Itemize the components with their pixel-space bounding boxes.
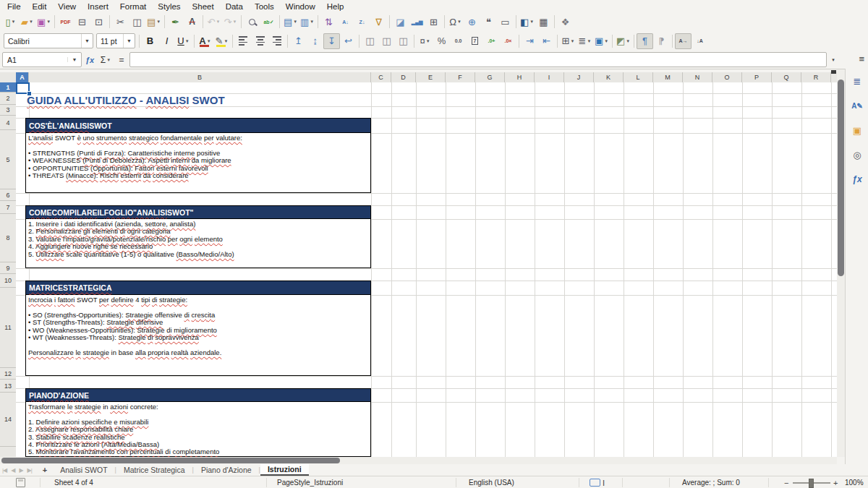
zoom-out-button[interactable]: − [784,476,788,488]
column-header-Q[interactable]: Q [772,72,801,82]
row-header-4[interactable]: 4 [0,116,16,130]
navigator-icon[interactable]: ◎ [846,142,868,167]
spreadsheet-canvas[interactable]: GUIDA ALL'UTILIZZO - ANALISI SWOTCOS'È L… [16,82,837,457]
bold-icon[interactable]: B [142,33,158,49]
column-header-P[interactable]: P [742,72,772,82]
copy-icon[interactable]: ◫ [129,14,145,30]
column-icon[interactable]: ▥▼ [299,14,315,30]
section-content-3[interactable]: Incrocia i fattori SWOT per definire 4 t… [25,295,371,376]
center-vertically-icon[interactable]: ↨ [307,33,323,49]
menu-format[interactable]: Format [114,0,152,12]
clone-formatting-icon[interactable]: ✒ [167,14,184,30]
scrollbar-split-handle[interactable] [831,70,836,74]
column-header-S[interactable]: S [831,72,837,82]
menu-help[interactable]: Help [321,0,350,12]
chevron-down-icon[interactable]: ▼ [81,34,93,48]
column-header-L[interactable]: L [624,72,653,82]
align-center-icon[interactable] [252,33,268,49]
menu-edit[interactable]: Edit [27,0,53,12]
page-style-label[interactable]: PageStyle_Istruzioni [277,476,343,488]
functions-icon[interactable]: ƒx [846,167,868,192]
row-icon[interactable]: ▤▼ [282,14,299,30]
zoom-level-label[interactable]: 100% [845,476,864,488]
insert-chart-icon[interactable]: ▂▄▆ [409,14,425,30]
sort-descending-icon[interactable]: Z↓ [354,14,370,30]
special-character-icon[interactable]: Ω▼ [447,14,464,30]
underline-icon[interactable]: U▼ [175,33,192,49]
select-all-corner[interactable] [0,72,17,83]
section-header-4[interactable]: PIANO D'AZIONE [25,388,371,402]
sum-icon[interactable]: Σ▼ [98,53,114,67]
wrap-text-icon[interactable]: ↩ [340,33,357,49]
find-replace-icon[interactable] [244,14,260,30]
sort-ascending-icon[interactable]: A↓ [337,14,354,30]
save-icon[interactable]: ▣▼ [35,14,52,30]
menu-styles[interactable]: Styles [152,0,186,12]
average-sum-label[interactable]: Average: ; Sum: 0 [682,476,740,488]
align-bottom-icon[interactable]: ↧ [323,33,340,49]
row-header-11[interactable]: 11 [0,288,16,368]
delete-decimal-icon[interactable]: .0× [500,33,516,49]
right-to-left-icon[interactable]: ⁋ [653,33,670,49]
row-header-5[interactable]: 5 [0,130,16,189]
sort-icon[interactable]: ⇅ [320,14,337,30]
paste-icon[interactable]: ▤▼ [145,14,162,30]
column-header-N[interactable]: N [683,72,712,82]
column-header-F[interactable]: F [446,72,475,82]
chevron-down-icon[interactable]: ▼ [123,34,135,48]
column-header-K[interactable]: K [594,72,624,82]
column-header-O[interactable]: O [712,72,742,82]
selection-mode-icon[interactable]: I [590,476,605,488]
open-folder-icon[interactable]: ▰▼ [19,14,35,30]
section-header-1[interactable]: COS'È L'ANALISI SWOT [25,118,371,133]
autofilter-icon[interactable]: ∇ [370,14,387,30]
menu-tools[interactable]: Tools [249,0,280,12]
conditional-formatting-icon[interactable]: ◩▼ [615,33,631,49]
section-header-3[interactable]: MATRICE STRATEGICA [25,281,371,295]
align-top-icon[interactable]: ↥ [290,33,307,49]
cut-icon[interactable]: ✂ [112,14,129,30]
freeze-rows-columns-icon[interactable]: ◧▼ [519,14,535,30]
print-icon[interactable]: ⊟ [74,14,90,30]
font-color-icon[interactable]: A▼ [197,33,213,49]
insert-image-icon[interactable]: ◪ [392,14,409,30]
row-header-14[interactable]: 14 [0,393,16,447]
menu-sheet[interactable]: Sheet [187,0,220,12]
chevron-down-icon[interactable]: ▼ [67,57,81,62]
merge-cells-icon[interactable]: ◫ [378,33,395,49]
row-header-9[interactable]: 9 [0,262,16,274]
sheet-tab-analisi-swot[interactable]: Analisi SWOT [53,464,114,476]
document-modified-icon[interactable] [16,476,25,488]
menu-window[interactable]: Window [280,0,321,12]
selection-fill-handle[interactable] [27,91,32,96]
language-label[interactable]: English (USA) [469,476,514,488]
gallery-icon[interactable]: ▣ [846,118,868,142]
print-preview-icon[interactable]: ⊡ [90,14,107,30]
menu-data[interactable]: Data [220,0,249,12]
new-document-icon[interactable]: ▯▼ [2,14,19,30]
section-content-2[interactable]: 1. Inserire i dati identificativi (azien… [25,219,371,268]
highlight-color-icon[interactable]: ✎▼ [213,33,230,49]
decrease-indent-icon[interactable]: ⇤ [538,33,555,49]
comment-icon[interactable]: ❝ [480,14,497,30]
borders-icon[interactable]: ⊞▼ [560,33,576,49]
left-to-right-icon[interactable]: ¶ [637,33,653,49]
function-wizard-icon[interactable]: ƒx [82,53,98,67]
column-header-I[interactable]: I [535,72,564,82]
border-style-icon[interactable]: ≣▼ [576,33,593,49]
equals-icon[interactable]: = [114,53,129,67]
zoom-slider-thumb[interactable] [809,479,814,488]
align-right-icon[interactable] [268,33,285,49]
row-header-7[interactable]: 7 [0,201,16,214]
properties-icon[interactable]: ≣ [846,69,868,93]
unmerge-cells-icon[interactable]: ◫ [395,33,412,49]
column-header-E[interactable]: E [416,72,446,82]
name-box[interactable]: A1 ▼ [2,52,82,67]
spelling-icon[interactable]: ab✓ [260,14,277,30]
column-header-A[interactable]: A [16,72,29,82]
column-header-D[interactable]: D [391,72,416,82]
row-header-12[interactable]: 12 [0,368,16,380]
expand-formula-bar-icon[interactable]: ▾ [827,57,840,63]
row-header-1[interactable]: 1 [0,82,16,93]
vertical-scrollbar-thumb[interactable] [838,80,844,276]
